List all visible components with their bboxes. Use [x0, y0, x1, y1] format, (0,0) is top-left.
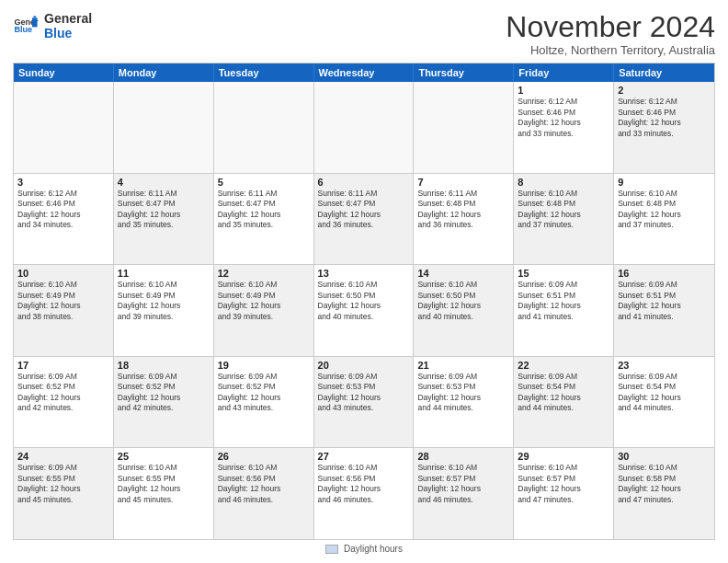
day-info: Sunrise: 6:10 AM Sunset: 6:48 PM Dayligh…: [518, 189, 609, 231]
calendar-week-4: 17Sunrise: 6:09 AM Sunset: 6:52 PM Dayli…: [14, 357, 714, 449]
svg-marker-2: [32, 18, 38, 28]
header-day-tuesday: Tuesday: [214, 63, 314, 82]
day-info: Sunrise: 6:11 AM Sunset: 6:47 PM Dayligh…: [218, 189, 310, 231]
logo-area: General Blue General Blue: [13, 11, 92, 40]
day-number: 15: [518, 268, 609, 279]
calendar-cell: 6Sunrise: 6:11 AM Sunset: 6:47 PM Daylig…: [314, 174, 415, 265]
day-number: 13: [318, 268, 410, 279]
calendar-body: 1Sunrise: 6:12 AM Sunset: 6:46 PM Daylig…: [14, 82, 714, 539]
day-info: Sunrise: 6:09 AM Sunset: 6:54 PM Dayligh…: [518, 372, 609, 414]
day-info: Sunrise: 6:10 AM Sunset: 6:55 PM Dayligh…: [118, 463, 210, 505]
calendar-cell: [314, 82, 415, 173]
calendar-cell: 27Sunrise: 6:10 AM Sunset: 6:56 PM Dayli…: [314, 448, 415, 539]
day-number: 20: [318, 360, 410, 371]
day-number: 4: [118, 177, 210, 188]
calendar-header-row: SundayMondayTuesdayWednesdayThursdayFrid…: [14, 63, 714, 82]
calendar-cell: 1Sunrise: 6:12 AM Sunset: 6:46 PM Daylig…: [514, 82, 614, 173]
page: General Blue General Blue November 2024 …: [0, 0, 728, 563]
day-info: Sunrise: 6:10 AM Sunset: 6:50 PM Dayligh…: [318, 280, 410, 322]
calendar-cell: 5Sunrise: 6:11 AM Sunset: 6:47 PM Daylig…: [214, 174, 314, 265]
calendar-cell: 29Sunrise: 6:10 AM Sunset: 6:57 PM Dayli…: [514, 448, 614, 539]
day-info: Sunrise: 6:09 AM Sunset: 6:51 PM Dayligh…: [618, 280, 711, 322]
title-area: November 2024 Holtze, Northern Territory…: [506, 11, 715, 57]
subtitle: Holtze, Northern Territory, Australia: [506, 43, 715, 57]
day-info: Sunrise: 6:12 AM Sunset: 6:46 PM Dayligh…: [518, 97, 609, 139]
calendar-cell: 3Sunrise: 6:12 AM Sunset: 6:46 PM Daylig…: [14, 174, 114, 265]
day-info: Sunrise: 6:11 AM Sunset: 6:47 PM Dayligh…: [118, 189, 210, 231]
day-number: 10: [17, 268, 109, 279]
day-number: 1: [518, 85, 609, 96]
calendar-cell: 24Sunrise: 6:09 AM Sunset: 6:55 PM Dayli…: [14, 448, 114, 539]
calendar-cell: 23Sunrise: 6:09 AM Sunset: 6:54 PM Dayli…: [614, 357, 714, 448]
calendar-cell: 26Sunrise: 6:10 AM Sunset: 6:56 PM Dayli…: [214, 448, 314, 539]
calendar-cell: [214, 82, 314, 173]
calendar-cell: 28Sunrise: 6:10 AM Sunset: 6:57 PM Dayli…: [414, 448, 514, 539]
calendar-cell: 7Sunrise: 6:11 AM Sunset: 6:48 PM Daylig…: [414, 174, 514, 265]
day-number: 17: [17, 360, 109, 371]
day-number: 14: [417, 268, 509, 279]
calendar-cell: 18Sunrise: 6:09 AM Sunset: 6:52 PM Dayli…: [114, 357, 214, 448]
calendar-cell: 12Sunrise: 6:10 AM Sunset: 6:49 PM Dayli…: [214, 265, 314, 356]
calendar-week-1: 1Sunrise: 6:12 AM Sunset: 6:46 PM Daylig…: [14, 82, 714, 174]
svg-text:Blue: Blue: [14, 25, 32, 34]
day-info: Sunrise: 6:09 AM Sunset: 6:54 PM Dayligh…: [618, 372, 711, 414]
day-number: 2: [618, 85, 711, 96]
calendar-week-3: 10Sunrise: 6:10 AM Sunset: 6:49 PM Dayli…: [14, 265, 714, 357]
day-number: 18: [118, 360, 210, 371]
header-day-monday: Monday: [114, 63, 214, 82]
day-info: Sunrise: 6:09 AM Sunset: 6:51 PM Dayligh…: [518, 280, 609, 322]
day-number: 29: [518, 451, 609, 462]
calendar-cell: 13Sunrise: 6:10 AM Sunset: 6:50 PM Dayli…: [314, 265, 415, 356]
day-number: 6: [318, 177, 410, 188]
day-info: Sunrise: 6:09 AM Sunset: 6:53 PM Dayligh…: [318, 372, 410, 414]
calendar-cell: 21Sunrise: 6:09 AM Sunset: 6:53 PM Dayli…: [414, 357, 514, 448]
day-info: Sunrise: 6:10 AM Sunset: 6:49 PM Dayligh…: [118, 280, 210, 322]
legend-box: [325, 545, 338, 554]
day-number: 12: [218, 268, 310, 279]
calendar-cell: 25Sunrise: 6:10 AM Sunset: 6:55 PM Dayli…: [114, 448, 214, 539]
day-number: 9: [618, 177, 711, 188]
header-day-friday: Friday: [514, 63, 614, 82]
header-day-sunday: Sunday: [14, 63, 114, 82]
day-info: Sunrise: 6:09 AM Sunset: 6:52 PM Dayligh…: [218, 372, 310, 414]
day-number: 5: [218, 177, 310, 188]
day-info: Sunrise: 6:10 AM Sunset: 6:56 PM Dayligh…: [218, 463, 310, 505]
calendar-cell: 15Sunrise: 6:09 AM Sunset: 6:51 PM Dayli…: [514, 265, 614, 356]
day-number: 22: [518, 360, 609, 371]
day-number: 26: [218, 451, 310, 462]
day-number: 3: [17, 177, 109, 188]
day-info: Sunrise: 6:10 AM Sunset: 6:58 PM Dayligh…: [618, 463, 711, 505]
day-info: Sunrise: 6:09 AM Sunset: 6:55 PM Dayligh…: [17, 463, 109, 505]
day-info: Sunrise: 6:10 AM Sunset: 6:48 PM Dayligh…: [618, 189, 711, 231]
header-day-wednesday: Wednesday: [314, 63, 415, 82]
legend-label: Daylight hours: [344, 544, 403, 554]
calendar-cell: [414, 82, 514, 173]
calendar-week-5: 24Sunrise: 6:09 AM Sunset: 6:55 PM Dayli…: [14, 448, 714, 539]
day-number: 28: [417, 451, 509, 462]
day-number: 7: [417, 177, 509, 188]
calendar-cell: 10Sunrise: 6:10 AM Sunset: 6:49 PM Dayli…: [14, 265, 114, 356]
calendar-cell: 16Sunrise: 6:09 AM Sunset: 6:51 PM Dayli…: [614, 265, 714, 356]
calendar-cell: 30Sunrise: 6:10 AM Sunset: 6:58 PM Dayli…: [614, 448, 714, 539]
calendar-cell: 22Sunrise: 6:09 AM Sunset: 6:54 PM Dayli…: [514, 357, 614, 448]
calendar-cell: 17Sunrise: 6:09 AM Sunset: 6:52 PM Dayli…: [14, 357, 114, 448]
logo-icon: General Blue: [13, 13, 39, 39]
calendar-week-2: 3Sunrise: 6:12 AM Sunset: 6:46 PM Daylig…: [14, 174, 714, 266]
day-number: 23: [618, 360, 711, 371]
day-number: 16: [618, 268, 711, 279]
day-info: Sunrise: 6:10 AM Sunset: 6:57 PM Dayligh…: [518, 463, 609, 505]
day-info: Sunrise: 6:10 AM Sunset: 6:57 PM Dayligh…: [417, 463, 509, 505]
calendar-cell: 20Sunrise: 6:09 AM Sunset: 6:53 PM Dayli…: [314, 357, 415, 448]
day-number: 21: [417, 360, 509, 371]
day-info: Sunrise: 6:09 AM Sunset: 6:52 PM Dayligh…: [118, 372, 210, 414]
day-number: 11: [118, 268, 210, 279]
day-info: Sunrise: 6:11 AM Sunset: 6:48 PM Dayligh…: [417, 189, 509, 231]
day-number: 30: [618, 451, 711, 462]
logo-blue: Blue: [44, 26, 92, 40]
calendar-cell: 2Sunrise: 6:12 AM Sunset: 6:46 PM Daylig…: [614, 82, 714, 173]
calendar-cell: 4Sunrise: 6:11 AM Sunset: 6:47 PM Daylig…: [114, 174, 214, 265]
day-info: Sunrise: 6:12 AM Sunset: 6:46 PM Dayligh…: [618, 97, 711, 139]
calendar-cell: 11Sunrise: 6:10 AM Sunset: 6:49 PM Dayli…: [114, 265, 214, 356]
day-info: Sunrise: 6:10 AM Sunset: 6:50 PM Dayligh…: [417, 280, 509, 322]
calendar-cell: 9Sunrise: 6:10 AM Sunset: 6:48 PM Daylig…: [614, 174, 714, 265]
